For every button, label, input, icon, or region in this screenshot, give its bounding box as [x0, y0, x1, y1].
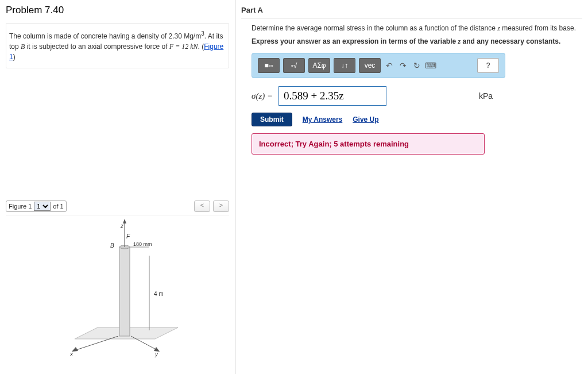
problem-title: Problem 7.40	[6, 5, 229, 16]
my-answers-link[interactable]: My Answers	[303, 115, 343, 124]
svg-rect-1	[119, 247, 130, 336]
dim-height: 4 m	[154, 291, 164, 297]
desc-close: )	[13, 53, 16, 61]
figure-next-button[interactable]: >	[213, 201, 229, 212]
axis-x-label: x	[69, 351, 74, 357]
greek-button[interactable]: ΑΣφ	[308, 58, 330, 73]
question-text: Determine the average normal stress in t…	[252, 24, 582, 33]
answer-input[interactable]	[278, 86, 386, 106]
desc-after-b: it is subjected to an axial compressive …	[25, 43, 169, 51]
figure-label-text: Figure 1	[9, 203, 32, 210]
instruction-text: Express your answer as an expression in …	[252, 37, 582, 46]
dim-radius: 180 mm	[133, 241, 152, 247]
desc-f: F = 12 kN	[169, 43, 198, 51]
sigma-label: σ(z) =	[252, 91, 273, 101]
equation-toolbar: ■xx x√ ΑΣφ ↓↑ vec ↶ ↷ ↻ ⌨ ?	[252, 53, 505, 78]
label-f: F	[126, 233, 130, 240]
keyboard-icon[interactable]: ⌨	[425, 60, 436, 71]
figure-select[interactable]: 1	[34, 202, 51, 211]
axis-z-label: z	[120, 223, 124, 229]
reset-icon[interactable]: ↻	[412, 60, 422, 71]
label-b: B	[110, 242, 114, 249]
help-button[interactable]: ?	[477, 58, 499, 73]
problem-description: The column is made of concrete having a …	[6, 23, 229, 68]
inst-prefix: Express your answer as an expression in …	[252, 37, 458, 45]
templates-button[interactable]: ■xx	[258, 58, 280, 73]
desc-suffix: . (	[198, 43, 204, 51]
inst-suffix: and any necessary constants.	[461, 37, 560, 45]
figure-image: z F B 180 mm 4 m x y	[6, 215, 229, 359]
axis-y-label: y	[154, 351, 158, 357]
give-up-link[interactable]: Give Up	[353, 115, 378, 124]
vec-button[interactable]: vec	[359, 58, 381, 73]
desc-prefix: The column is made of concrete having a …	[9, 32, 201, 40]
part-a-title: Part A	[241, 0, 582, 18]
units-label: kPa	[479, 91, 493, 101]
redo-icon[interactable]: ↷	[398, 60, 408, 71]
feedback-message: Incorrect; Try Again; 5 attempts remaini…	[252, 133, 485, 155]
q-prefix: Determine the average normal stress in t…	[252, 24, 497, 32]
submit-button[interactable]: Submit	[252, 113, 292, 126]
figure-prev-button[interactable]: <	[194, 201, 210, 212]
figure-selector: Figure 1 1 of 1	[6, 201, 67, 212]
updown-button[interactable]: ↓↑	[334, 58, 355, 73]
undo-icon[interactable]: ↶	[384, 60, 394, 71]
figure-of-text: of 1	[53, 203, 63, 210]
q-suffix: measured from its base.	[500, 24, 576, 32]
root-button[interactable]: x√	[283, 58, 305, 73]
